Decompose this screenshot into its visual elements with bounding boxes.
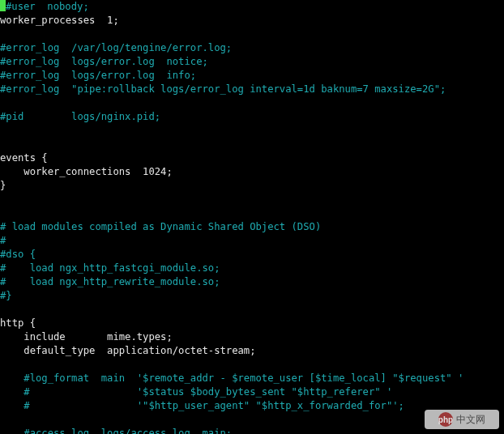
code-line: #log_format main '$remote_addr - $remote…	[0, 372, 463, 384]
text-cursor	[0, 0, 6, 11]
code-line: events {	[0, 152, 48, 164]
code-line: #error_log "pipe:rollback logs/error_log…	[0, 83, 446, 95]
code-line: #access_log logs/access.log main;	[0, 428, 232, 434]
watermark-badge: php 中文网	[425, 410, 499, 429]
code-line: #error_log logs/error.log notice;	[0, 56, 208, 67]
code-line: }	[0, 180, 6, 191]
php-logo-icon: php	[438, 412, 453, 427]
code-line: #user nobody;	[6, 1, 89, 12]
code-line: #error_log /var/log/tengine/error.log;	[0, 42, 232, 53]
code-line: #dso {	[0, 249, 36, 260]
code-line: #pid logs/nginx.pid;	[0, 111, 160, 122]
code-line: #}	[0, 290, 12, 301]
watermark-label: 中文网	[456, 413, 485, 427]
code-line: # '"$http_user_agent" "$http_x_forwarded…	[0, 400, 404, 411]
code-line: default_type application/octet-stream;	[0, 345, 256, 356]
terminal-editor[interactable]: #user nobody; worker_processes 1; #error…	[0, 0, 504, 434]
code-line: worker_connections 1024;	[0, 166, 173, 177]
code-line: #	[0, 235, 6, 246]
code-line: include mime.types;	[0, 331, 173, 343]
code-line: worker_processes 1;	[0, 15, 119, 26]
code-line: # '$status $body_bytes_sent "$http_refer…	[0, 386, 392, 398]
code-line: #error_log logs/error.log info;	[0, 70, 196, 81]
code-line: # load ngx_http_fastcgi_module.so;	[0, 262, 220, 274]
code-line: # load ngx_http_rewrite_module.so;	[0, 276, 220, 287]
code-line: # load modules compiled as Dynamic Share…	[0, 221, 321, 232]
code-line: http {	[0, 317, 36, 329]
